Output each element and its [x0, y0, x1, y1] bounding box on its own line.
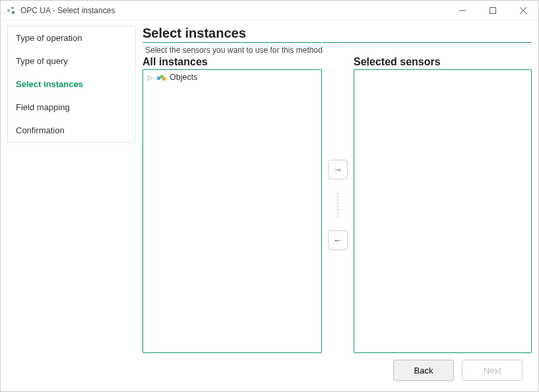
sidebar-item-type-of-operation[interactable]: Type of operation — [8, 26, 135, 49]
arrow-left-icon: ← — [333, 235, 342, 245]
arrow-right-icon: → — [333, 164, 342, 175]
sidebar-item-label: Select instances — [16, 79, 83, 89]
footer: Back Next — [143, 353, 532, 387]
separator-icon — [337, 193, 338, 217]
content: Type of operation Type of query Select i… — [1, 20, 538, 392]
page-title: Select instances — [143, 26, 532, 41]
sidebar-item-confirmation[interactable]: Confirmation — [8, 119, 135, 142]
all-instances-column: All instances ▷ Objects — [143, 56, 322, 353]
maximize-button[interactable] — [478, 1, 508, 20]
sidebar-item-label: Confirmation — [16, 125, 65, 135]
sidebar-item-label: Field mapping — [16, 102, 70, 112]
sidebar-item-select-instances[interactable]: Select instances — [8, 73, 135, 96]
remove-button[interactable]: ← — [328, 230, 348, 250]
window-controls — [447, 1, 538, 20]
next-button: Next — [462, 360, 523, 381]
lists-row: All instances ▷ Objects → ← — [143, 56, 532, 353]
svg-rect-4 — [490, 7, 496, 13]
main-panel: Select instances Select the sensors you … — [143, 26, 532, 387]
sidebar-item-field-mapping[interactable]: Field mapping — [8, 96, 135, 119]
svg-rect-7 — [157, 77, 160, 80]
window: OPC UA - Select instances Type of operat… — [0, 0, 539, 392]
wizard-sidebar: Type of operation Type of query Select i… — [7, 26, 136, 143]
selected-sensors-list[interactable] — [354, 69, 532, 353]
selected-sensors-header: Selected sensors — [354, 56, 532, 68]
svg-rect-9 — [162, 77, 166, 81]
svg-point-0 — [7, 9, 10, 12]
folder-objects-icon — [156, 72, 167, 82]
svg-point-1 — [11, 7, 14, 9]
expand-icon[interactable]: ▷ — [147, 74, 154, 81]
tree-node-label: Objects — [170, 73, 197, 82]
window-title: OPC UA - Select instances — [20, 6, 115, 15]
selected-sensors-column: Selected sensors — [354, 56, 532, 353]
page-subtitle: Select the sensors you want to use for t… — [143, 46, 532, 55]
transfer-controls: → ← — [322, 56, 354, 353]
title-rule — [143, 42, 532, 43]
add-button[interactable]: → — [328, 160, 348, 180]
close-button[interactable] — [508, 1, 538, 20]
sidebar-item-label: Type of operation — [16, 33, 82, 43]
app-icon — [6, 5, 16, 16]
titlebar: OPC UA - Select instances — [1, 1, 538, 20]
sidebar-item-label: Type of query — [16, 56, 68, 66]
all-instances-tree[interactable]: ▷ Objects — [143, 69, 322, 353]
tree-node-objects[interactable]: ▷ Objects — [143, 70, 321, 84]
svg-point-2 — [12, 11, 15, 13]
minimize-button[interactable] — [447, 1, 478, 20]
sidebar-item-type-of-query[interactable]: Type of query — [8, 49, 135, 73]
back-button[interactable]: Back — [393, 360, 454, 381]
all-instances-header: All instances — [143, 56, 322, 68]
